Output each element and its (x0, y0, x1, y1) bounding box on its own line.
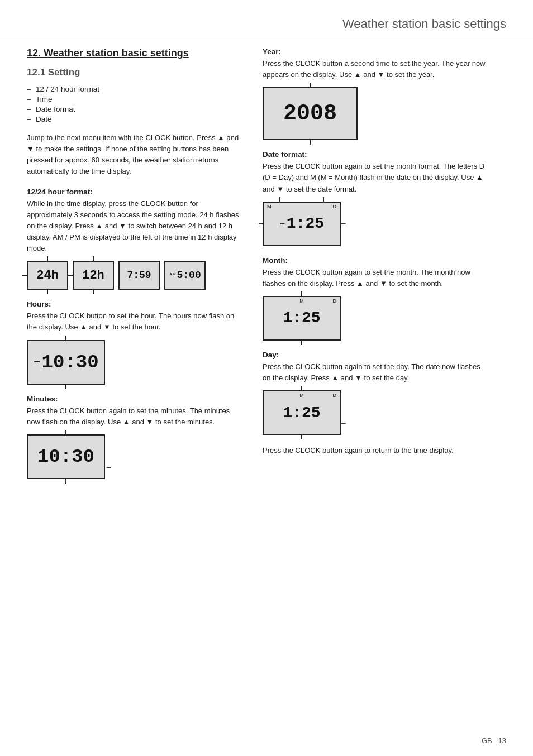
list-item: Date (27, 115, 240, 123)
date-format-body: Press the CLOCK button again to set the … (263, 161, 486, 194)
tick-top (301, 291, 302, 296)
display-day: M D 1:25 – (263, 390, 341, 435)
display-month-wrap-outer: M D 1:25 (263, 296, 486, 341)
display-minutes: 10:30 – (27, 434, 105, 479)
tick-top-right (323, 197, 324, 202)
hours-heading: Hours: (27, 300, 240, 308)
minutes-body: Press the CLOCK button again to set the … (27, 405, 240, 428)
display-month-wrap: M D 1:25 (263, 296, 341, 341)
bullet-list: 12 / 24 hour format Time Date format Dat… (27, 85, 240, 123)
left-column: 12. Weather station basic settings 12.1 … (0, 47, 251, 489)
month-body: Press the CLOCK button again to set the … (263, 267, 486, 289)
right-column: Year: Press the CLOCK button a second ti… (251, 47, 508, 489)
display-500: ᴬᴹ5:00 (164, 261, 206, 290)
display-hours-wrap-outer: –10:30 (27, 340, 240, 385)
display-12h-wrap: 12h (73, 261, 114, 290)
day-heading: Day: (263, 351, 486, 359)
header-title: Weather station basic settings (342, 17, 506, 31)
page: Weather station basic settings 12. Weath… (0, 0, 533, 756)
tick-top (65, 336, 66, 340)
year-body: Press the CLOCK button a second time to … (263, 58, 486, 80)
display-hours-wrap: –10:30 (27, 340, 105, 385)
display-year-wrap: 2008 (263, 87, 358, 140)
month-heading: Month: (263, 256, 486, 265)
list-item: Time (27, 95, 240, 103)
list-item: 12 / 24 hour format (27, 85, 240, 93)
tick-left (22, 275, 27, 276)
year-heading: Year: (263, 47, 486, 56)
tick-bottom (310, 140, 311, 145)
display-year-wrap-outer: 2008 (263, 87, 486, 140)
display-759-wrap: 7:59 (118, 261, 160, 290)
minutes-heading: Minutes: (27, 395, 240, 403)
footer-label: GB (482, 736, 492, 745)
display-12h: 12h (73, 261, 114, 290)
subsection-title: 12.1 Setting (27, 67, 240, 78)
page-header: Weather station basic settings (0, 17, 533, 37)
display-month: M D 1:25 (263, 296, 341, 341)
footer-page: 13 (498, 736, 506, 745)
tick-bottom (47, 290, 48, 294)
date-format-heading: Date format: (263, 150, 486, 159)
day-body: Press the CLOCK button again to set the … (263, 361, 486, 384)
tick-bottom (93, 290, 94, 294)
tick-bottom (65, 479, 66, 484)
tick-bottom (65, 385, 66, 389)
tick-top (301, 386, 302, 390)
hours-body: Press the CLOCK button to set the hour. … (27, 310, 240, 333)
intro-text: Jump to the next menu item with the CLOC… (27, 132, 240, 178)
display-minutes-wrap: 10:30 – (27, 434, 105, 479)
tick-top-left (279, 197, 280, 202)
display-hours: –10:30 (27, 340, 105, 385)
display-24h-wrap: 24h (27, 261, 68, 290)
main-columns: 12. Weather station basic settings 12.1 … (0, 47, 533, 489)
display-minutes-wrap-outer: 10:30 – (27, 434, 240, 479)
tick-top (310, 83, 311, 87)
display-24h: 24h (27, 261, 68, 290)
display-date-format-wrap-outer: M D – 1:25 – – (263, 202, 486, 246)
tick-bottom (301, 435, 302, 439)
final-text: Press the CLOCK button again to return t… (263, 445, 486, 456)
display-year: 2008 (263, 87, 358, 140)
display-date-format-wrap: M D – 1:25 – – (263, 202, 341, 246)
display-date-format: M D – 1:25 – – (263, 202, 341, 246)
display-day-wrap-outer: M D 1:25 – (263, 390, 486, 435)
display-row-1: 24h 12h 7:59 ᴬᴹ5:00 (27, 261, 240, 290)
tick-top (65, 430, 66, 434)
tick-left (68, 275, 73, 276)
list-item: Date format (27, 105, 240, 113)
page-footer: GB 13 (482, 736, 506, 745)
tick-bottom (301, 341, 302, 345)
tick-top (93, 256, 94, 261)
display-day-wrap: M D 1:25 – (263, 390, 341, 435)
display-500-wrap: ᴬᴹ5:00 (164, 261, 206, 290)
hour-format-heading: 12/24 hour format: (27, 188, 240, 196)
section-title: 12. Weather station basic settings (27, 47, 240, 59)
hour-format-body: While in the time display, press the CLO… (27, 198, 240, 255)
tick-top (47, 256, 48, 261)
display-759: 7:59 (118, 261, 160, 290)
